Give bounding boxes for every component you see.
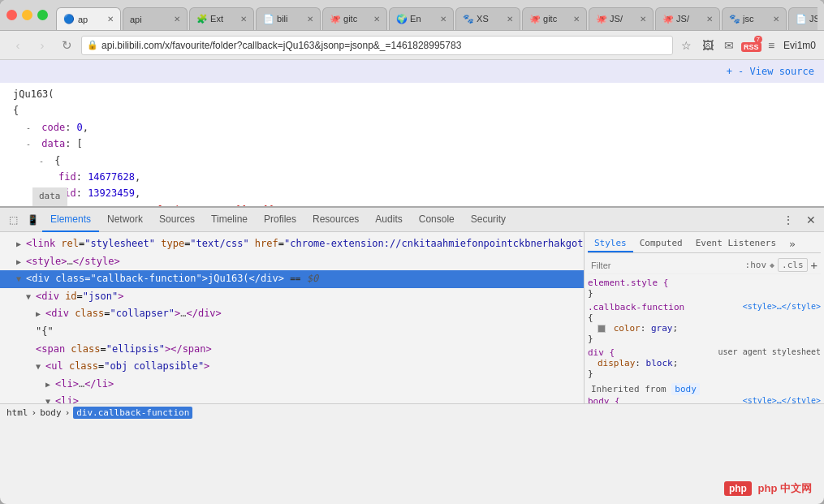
devtools-select-icon[interactable]: ⬚ (3, 210, 23, 230)
styles-tab-styles[interactable]: Styles (588, 235, 633, 252)
tab-ext[interactable]: 🧩 Ext ✕ (189, 7, 254, 30)
tab-resources[interactable]: Resources (304, 208, 367, 232)
tab-git1[interactable]: 🐙 gitc ✕ (322, 7, 387, 30)
content-area: + - View source jQu163( { - code: 0, - d… (0, 60, 824, 504)
tab-close-icon[interactable]: ✕ (440, 15, 447, 24)
tab-close-icon[interactable]: ✕ (507, 15, 513, 24)
tab-close-icon[interactable]: ✕ (307, 15, 313, 24)
tab-close-icon[interactable]: ✕ (373, 15, 380, 24)
dom-line-callback[interactable]: ▼<div class="callback-function">jQu163(<… (0, 270, 584, 288)
dom-line-json[interactable]: ▼<div id="json"> (0, 288, 584, 306)
json-line-data: - data: [ (10, 136, 814, 152)
dom-line-style[interactable]: ▶<style>…</style> (0, 253, 584, 271)
tab-git2[interactable]: 🐙 gitc ✕ (522, 7, 587, 30)
breadcrumb-body[interactable]: body (40, 407, 62, 418)
body-style-source[interactable]: <style>…</style> (743, 396, 821, 403)
screenshot-icon[interactable]: 🖼 (699, 39, 717, 52)
tab-git2-label: 🐙 gitc (529, 14, 557, 24)
data-tab[interactable]: data (32, 187, 67, 206)
devtools-close-icon[interactable]: ✕ (801, 210, 821, 230)
styles-tabs: Styles Computed Event Listeners » (588, 235, 821, 253)
tab-close-icon[interactable]: ✕ (240, 15, 247, 24)
tab-close-icon[interactable]: ✕ (706, 15, 713, 24)
bookmark-icon[interactable]: ☆ (678, 39, 696, 52)
tab-js3[interactable]: 📄 JS/ ✕ (788, 7, 818, 30)
cls-button[interactable]: .cls (778, 258, 808, 272)
tab-api[interactable]: api ✕ (123, 7, 188, 30)
tab-en[interactable]: 🌍 En ✕ (389, 7, 454, 30)
browser-window: 🔵 ap ✕ api ✕ 🧩 Ext ✕ 📄 bili ✕ 🐙 gitc ✕ (0, 0, 824, 504)
view-source-link[interactable]: + - View source (727, 63, 814, 80)
json-line-2: { (10, 102, 814, 118)
devtools-more-icon[interactable]: ⋮ (779, 210, 798, 230)
tab-elements[interactable]: Elements (42, 208, 99, 232)
reload-button[interactable]: ↻ (57, 36, 76, 55)
forward-button[interactable]: › (32, 36, 52, 55)
json-content: jQu163( { - code: 0, - data: [ - { (10, 86, 814, 206)
expand-obj[interactable]: - (39, 154, 49, 168)
expand-data[interactable]: - (26, 137, 36, 151)
styles-tab-more[interactable]: » (783, 235, 802, 252)
add-style-button[interactable]: + (811, 259, 818, 272)
email-icon[interactable]: ✉ (720, 39, 738, 52)
dom-line-li1[interactable]: ▶<li>…</li> (0, 376, 584, 394)
tab-js1[interactable]: 🐙 JS/ ✕ (589, 7, 654, 30)
watermark-text: php 中文网 (758, 482, 812, 494)
filter-input[interactable] (591, 261, 742, 270)
menu-icon[interactable]: ≡ (762, 39, 780, 52)
dom-line-ul[interactable]: ▼<ul class="obj collapsible"> (0, 358, 584, 376)
tab-close-icon[interactable]: ✕ (573, 15, 580, 24)
style-source-link[interactable]: <style>…</style> (743, 302, 821, 311)
tab-bili[interactable]: 📄 bili ✕ (256, 7, 321, 30)
dom-line-brace[interactable]: "{" (0, 323, 584, 341)
style-rule-selector: element.style { (588, 278, 821, 288)
json-header: + - View source (0, 60, 824, 83)
tab-timeline[interactable]: Timeline (203, 208, 256, 232)
minimize-button[interactable] (22, 10, 32, 20)
tab-api-label: api (130, 15, 142, 24)
tab-close-icon[interactable]: ✕ (174, 15, 180, 24)
expand-code[interactable]: - (26, 121, 36, 135)
tab-close-icon[interactable]: ✕ (773, 15, 779, 24)
styles-tab-computed[interactable]: Computed (633, 235, 689, 252)
styles-tab-eventlisteners[interactable]: Event Listeners (689, 235, 783, 252)
tab-jsc[interactable]: 🐾 jsc ✕ (722, 7, 787, 30)
tab-audits[interactable]: Audits (367, 208, 410, 232)
dom-line-li2[interactable]: ▼<li> (0, 393, 584, 403)
dom-panel: ▶<link rel="stylesheet" type="text/css" … (0, 232, 585, 403)
tab-profiles[interactable]: Profiles (256, 208, 304, 232)
tab-console[interactable]: Console (411, 208, 463, 232)
devtools-device-icon[interactable]: 📱 (23, 210, 42, 230)
breadcrumb-active[interactable]: div.callback-function (73, 407, 192, 419)
json-line-1: jQu163( (10, 86, 814, 102)
tab-active[interactable]: 🔵 ap ✕ (56, 7, 121, 30)
expand-triangle: ▶ (45, 377, 55, 392)
inherited-from: Inherited from body (588, 382, 821, 396)
style-rule-brace-close: } (588, 334, 821, 344)
profile-label[interactable]: Evi1m0 (783, 40, 816, 51)
back-button[interactable]: ‹ (8, 36, 28, 55)
tab-close-icon[interactable]: ✕ (640, 15, 646, 24)
dom-line-ellipsis-span[interactable]: <span class="ellipsis"></span> (0, 341, 584, 359)
rss-icon[interactable]: RSS 7 (741, 39, 759, 52)
json-line-obj: - { (10, 153, 814, 169)
tab-icon: 🔵 (63, 14, 75, 24)
tab-js2[interactable]: 🐙 JS/ ✕ (655, 7, 720, 30)
tab-close-icon[interactable]: ✕ (107, 15, 114, 24)
json-line-mid: mid: 13923459, (10, 185, 814, 201)
breadcrumb-html[interactable]: html (6, 407, 28, 418)
hov-button[interactable]: :hov (745, 260, 767, 270)
tab-sources[interactable]: Sources (151, 208, 203, 232)
tab-en-label: 🌍 En (396, 14, 421, 24)
inherited-tag[interactable]: body (671, 383, 700, 395)
address-bar[interactable]: 🔒 api.bilibili.com/x/favourite/folder?ca… (81, 36, 673, 55)
dom-line-collapser1[interactable]: ▶<div class="collapser">…</div> (0, 305, 584, 323)
php-badge: php (724, 481, 752, 496)
tab-xs[interactable]: 🐾 XS ✕ (455, 7, 520, 30)
tab-xs-label: 🐾 XS (463, 14, 489, 24)
tab-security[interactable]: Security (463, 208, 514, 232)
tab-network[interactable]: Network (99, 208, 151, 232)
close-button[interactable] (6, 10, 17, 20)
dom-line-link[interactable]: ▶<link rel="stylesheet" type="text/css" … (0, 235, 584, 253)
maximize-button[interactable] (37, 10, 48, 20)
